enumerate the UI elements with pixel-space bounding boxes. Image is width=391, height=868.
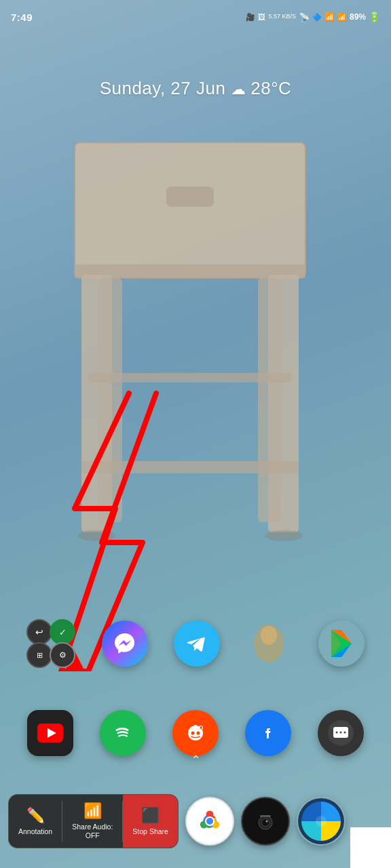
svg-point-50 (316, 816, 327, 827)
svg-point-25 (196, 732, 200, 735)
date-weather-text: Sunday, 27 Jun ☁ 28°C (100, 78, 292, 98)
battery-text: 89% (350, 12, 366, 22)
svg-rect-48 (260, 815, 271, 817)
swipe-indicator: ⌃ (191, 753, 201, 768)
ms-launcher-dock-icon[interactable] (297, 797, 346, 846)
share-audio-button[interactable]: 📶 Share Audio: OFF (62, 795, 122, 848)
messenger-icon[interactable] (102, 620, 148, 667)
svg-rect-7 (258, 278, 282, 522)
cast-icon: 📡 (299, 12, 310, 22)
stop-share-icon: ⬛ (141, 807, 160, 825)
bottom-app-row (0, 710, 391, 756)
signal-bars: 📶 (324, 12, 335, 22)
messages-icon[interactable] (318, 710, 364, 756)
stop-share-label: Stop Share (132, 827, 168, 836)
svg-point-14 (261, 626, 277, 645)
status-time: 7:49 (11, 12, 33, 23)
battery-icon: 🔋 (369, 12, 380, 22)
network-speed: 5.57 KB/S (268, 14, 296, 20)
swipe-chevron: ⌃ (191, 753, 201, 767)
youtube-icon[interactable] (27, 710, 73, 756)
annotation-label: Annotation (18, 827, 52, 836)
white-square (350, 827, 391, 868)
svg-rect-2 (166, 186, 214, 207)
svg-point-46 (262, 819, 269, 826)
camera-dock-icon[interactable] (241, 797, 290, 846)
toolbar-recording-group: ✏️ Annotation 📶 Share Audio: OFF ⬛ Stop … (8, 794, 179, 848)
status-bar: 7:49 🎥 🖼 5.57 KB/S 📡 🔷 📶 📶 89% 🔋 (0, 0, 391, 34)
svg-point-11 (265, 530, 303, 541)
coin-figurine (246, 620, 292, 667)
chrome-dock-icon[interactable] (185, 797, 234, 846)
wifi-icon: 📶 (337, 13, 347, 22)
share-audio-icon: 📶 (83, 802, 102, 820)
video-icon: 🎥 (246, 13, 255, 22)
svg-point-33 (336, 732, 338, 734)
status-icons-group: 🎥 🖼 5.57 KB/S 📡 🔷 📶 📶 89% 🔋 (246, 12, 380, 22)
bluetooth-icon: 🔷 (312, 13, 322, 22)
app-cluster-icon[interactable]: ↩ ✓ ⊞ ⚙ (26, 619, 75, 668)
stop-share-button[interactable]: ⬛ Stop Share (123, 795, 178, 848)
share-audio-label: Share Audio: OFF (72, 823, 113, 840)
svg-point-21 (110, 720, 136, 746)
telegram-icon[interactable] (174, 620, 220, 667)
svg-point-42 (206, 818, 213, 825)
google-play-icon[interactable] (318, 620, 365, 667)
svg-point-35 (344, 732, 346, 734)
svg-rect-0 (75, 142, 305, 278)
temperature-label: 28°C (250, 78, 291, 98)
annotation-icon: ✏️ (26, 807, 45, 825)
date-label: Sunday, 27 Jun (100, 78, 226, 98)
svg-point-34 (340, 732, 342, 734)
annotation-button[interactable]: ✏️ Annotation (9, 795, 62, 848)
facebook-icon[interactable] (245, 710, 291, 756)
svg-point-24 (191, 732, 194, 735)
svg-rect-29 (194, 725, 197, 729)
share-audio-status: OFF (86, 831, 100, 840)
share-audio-label-text: Share Audio: (72, 823, 113, 831)
spotify-icon[interactable] (100, 710, 146, 756)
bottom-toolbar: ✏️ Annotation 📶 Share Audio: OFF ⬛ Stop … (0, 774, 391, 868)
weather-icon: ☁ (231, 81, 250, 98)
svg-rect-9 (88, 373, 292, 382)
middle-app-row: ↩ ✓ ⊞ ⚙ (0, 619, 391, 668)
date-weather-widget: Sunday, 27 Jun ☁ 28°C (0, 78, 391, 99)
image-icon: 🖼 (258, 13, 265, 21)
svg-point-47 (265, 821, 267, 823)
reddit-icon[interactable] (172, 710, 219, 756)
